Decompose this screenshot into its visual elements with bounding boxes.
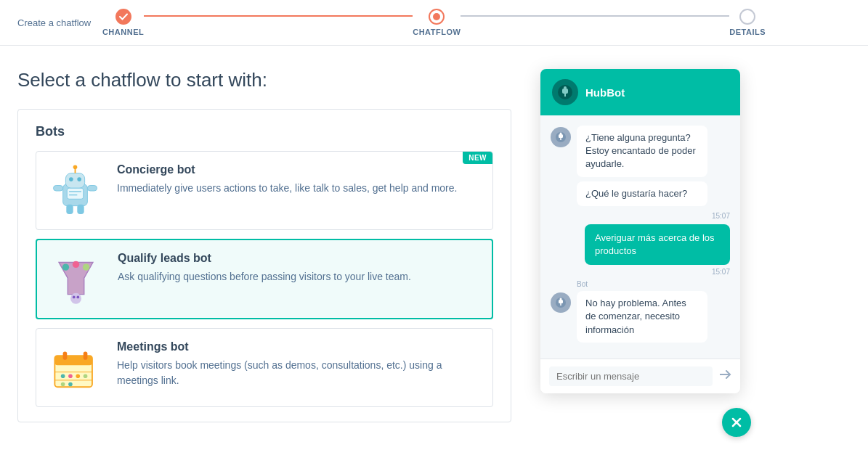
stepper: CHANNEL CHATFLOW DETAILS (17, 9, 851, 36)
user-bubble-text: Averiguar más acerca de los productos (585, 224, 730, 265)
concierge-bot-name: Concierge bot (117, 163, 481, 176)
bot-card-concierge[interactable]: NEW (36, 151, 493, 230)
svg-point-18 (73, 295, 76, 298)
step-line-1 (144, 15, 413, 17)
new-badge: NEW (463, 152, 492, 164)
bots-title: Bots (36, 124, 493, 139)
bot-avatar-2 (551, 292, 571, 313)
step-channel: CHANNEL (102, 9, 144, 36)
svg-point-31 (68, 382, 73, 386)
chat-widget: HubBot (540, 69, 740, 393)
svg-rect-22 (63, 351, 68, 359)
bots-section: Bots NEW (17, 109, 511, 422)
step-label-details: DETAILS (729, 28, 766, 36)
svg-rect-37 (559, 134, 563, 138)
concierge-bot-image (48, 163, 102, 218)
bot-card-qualify[interactable]: Qualify leads bot Ask qualifying questio… (36, 239, 493, 319)
svg-point-2 (69, 177, 73, 181)
step-label-chatflow: CHATFLOW (413, 28, 461, 36)
concierge-bot-info: Concierge bot Immediately give users act… (117, 163, 481, 196)
chat-body: ¿Tiene alguna pregunta? Estoy encantado … (540, 115, 740, 359)
svg-point-35 (564, 86, 567, 89)
svg-point-15 (73, 261, 79, 267)
bot-label-2: Bot (577, 280, 730, 288)
svg-rect-10 (67, 188, 84, 199)
svg-point-30 (61, 382, 65, 386)
bot-bubble-text-1a: ¿Tiene alguna pregunta? Estoy encantado … (577, 126, 707, 177)
chat-avatar (552, 79, 578, 105)
svg-rect-23 (84, 351, 88, 359)
step-details: DETAILS (729, 9, 766, 36)
top-bar: Create a chatflow CHANNEL CHATFLOW DETAI… (0, 0, 868, 46)
chat-input[interactable] (549, 366, 713, 386)
svg-rect-33 (562, 89, 568, 94)
page-title: Select a chatflow to start with: (17, 69, 511, 91)
svg-point-29 (84, 374, 88, 378)
user-message-1: Averiguar más acerca de los productos (551, 224, 730, 265)
svg-point-39 (560, 133, 562, 135)
chat-message-2: No hay problema. Antes de comenzar, nece… (551, 291, 730, 343)
step-label-channel: CHANNEL (102, 28, 144, 36)
chat-footer (540, 359, 740, 393)
step-circle-details (739, 9, 755, 25)
timestamp-1: 15:07 (551, 212, 730, 220)
step-circle-chatflow (429, 9, 445, 25)
bot-card-meetings[interactable]: Meetings bot Help visitors book meetings… (36, 328, 493, 407)
bot-bubble-group-1: ¿Tiene alguna pregunta? Estoy encantado … (577, 126, 707, 206)
qualify-bot-desc: Ask qualifying questions before passing … (118, 269, 480, 284)
bot-bubble-text-1b: ¿Qué le gustaría hacer? (577, 181, 707, 206)
svg-rect-7 (87, 185, 97, 191)
svg-rect-8 (66, 204, 73, 213)
meetings-bot-image (48, 340, 102, 395)
chat-header-title: HubBot (585, 86, 625, 99)
svg-rect-41 (559, 300, 563, 303)
qualify-bot-info: Qualify leads bot Ask qualifying questio… (118, 252, 480, 284)
bot-bubble-text-2: No hay problema. Antes de comenzar, nece… (577, 291, 707, 343)
step-line-2 (461, 15, 729, 17)
bot-avatar-1 (551, 127, 571, 147)
close-button[interactable] (722, 408, 751, 437)
bot-bubble-group-2: No hay problema. Antes de comenzar, nece… (577, 291, 707, 343)
svg-rect-1 (65, 173, 84, 188)
meetings-bot-desc: Help visitors book meetings (such as dem… (117, 358, 481, 388)
svg-point-17 (70, 292, 81, 303)
qualify-bot-name: Qualify leads bot (118, 252, 480, 265)
send-icon[interactable] (718, 368, 731, 384)
meetings-bot-name: Meetings bot (117, 340, 481, 353)
svg-point-43 (560, 298, 562, 300)
create-label: Create a chatflow (17, 17, 91, 28)
meetings-bot-info: Meetings bot Help visitors book meetings… (117, 340, 481, 388)
left-panel: Select a chatflow to start with: Bots NE… (17, 69, 511, 437)
svg-point-27 (68, 374, 73, 378)
svg-point-19 (76, 295, 79, 298)
chat-message-1: ¿Tiene alguna pregunta? Estoy encantado … (551, 126, 730, 206)
step-chatflow: CHATFLOW (413, 9, 461, 36)
chat-header: HubBot (540, 69, 740, 115)
svg-rect-6 (54, 185, 63, 191)
svg-point-16 (83, 263, 89, 270)
qualify-bot-image (49, 252, 103, 306)
svg-point-3 (77, 177, 81, 181)
timestamp-2: 15:07 (551, 268, 730, 276)
step-circle-channel (115, 9, 131, 25)
svg-point-26 (61, 374, 65, 378)
svg-point-5 (73, 165, 78, 169)
svg-rect-9 (77, 204, 84, 213)
concierge-bot-desc: Immediately give users actions to take, … (117, 181, 481, 196)
svg-point-28 (76, 374, 80, 378)
right-panel: HubBot (540, 69, 751, 437)
main-content: Select a chatflow to start with: Bots NE… (0, 46, 868, 460)
svg-point-14 (62, 263, 69, 270)
